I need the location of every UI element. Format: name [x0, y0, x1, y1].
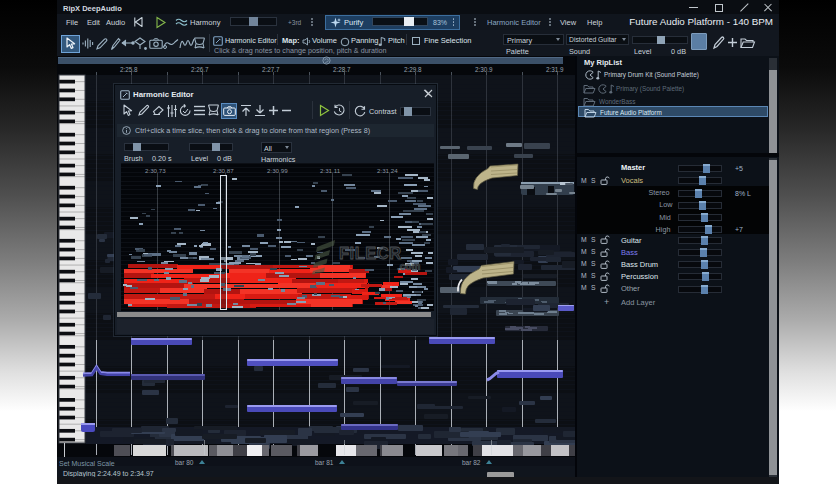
svg-text:.com: .com	[397, 261, 420, 272]
svg-text:FILECR: FILECR	[339, 244, 402, 262]
